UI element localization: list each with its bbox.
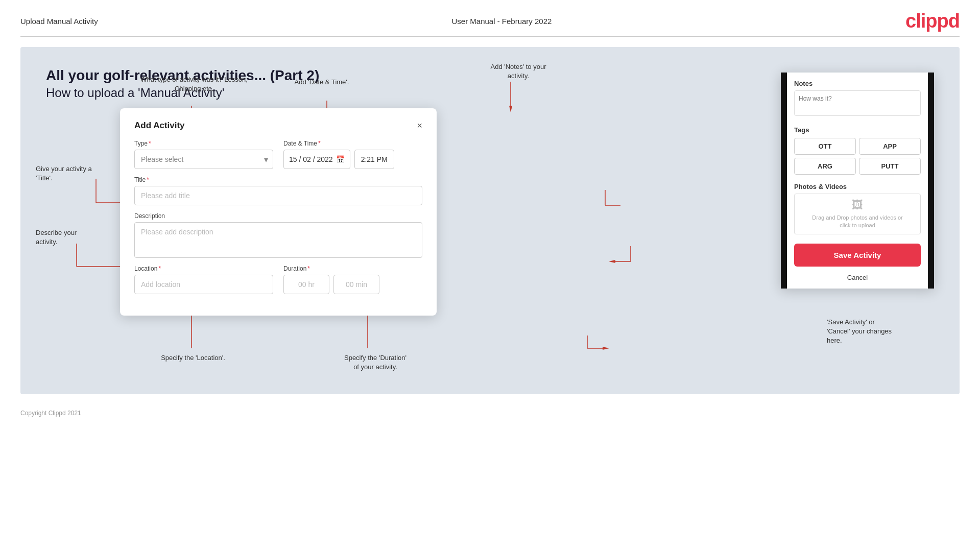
modal-header: Add Activity ×	[134, 121, 422, 131]
notes-textarea[interactable]	[794, 90, 921, 116]
title-input[interactable]	[134, 186, 422, 205]
notes-section: Notes	[787, 73, 928, 122]
phone-left-bar	[781, 73, 787, 289]
add-activity-modal: Add Activity × Type* Please select	[120, 108, 437, 316]
top-bar: Upload Manual Activity User Manual - Feb…	[0, 0, 980, 36]
type-datetime-row: Type* Please select Date & Time* 15 /	[134, 140, 422, 169]
tags-grid: OTT APP ARG PUTT	[794, 138, 921, 175]
close-button[interactable]: ×	[417, 121, 422, 130]
location-label: Location*	[134, 265, 273, 272]
tag-app[interactable]: APP	[859, 138, 921, 155]
phone-mockup: Notes Tags OTT APP ARG PUTT Photos & Vid…	[781, 73, 934, 289]
top-divider	[20, 36, 960, 37]
footer: Copyright Clippd 2021	[0, 404, 980, 422]
location-group: Location*	[134, 265, 273, 294]
annotation-notes: Add 'Notes' to youractivity.	[467, 62, 569, 81]
duration-min-input[interactable]	[333, 275, 379, 294]
modal-body: Add Activity × Type* Please select	[120, 108, 437, 316]
datetime-group: Date & Time* 15 / 02 / 2022 📅 2:21 PM	[283, 140, 422, 169]
cancel-button[interactable]: Cancel	[787, 270, 928, 289]
copyright: Copyright Clippd 2021	[20, 410, 81, 417]
photos-section: Photos & Videos 🖼 Drag and Drop photos a…	[787, 179, 928, 238]
title-group: Title*	[134, 176, 422, 205]
phone-right-bar	[928, 73, 934, 289]
photos-hint: Drag and Drop photos and videos orclick …	[812, 214, 902, 230]
tags-section: Tags OTT APP ARG PUTT	[787, 122, 928, 179]
tag-putt[interactable]: PUTT	[859, 158, 921, 175]
calendar-icon: 📅	[336, 155, 345, 163]
tag-arg[interactable]: ARG	[794, 158, 856, 175]
photos-dropzone[interactable]: 🖼 Drag and Drop photos and videos orclic…	[794, 194, 921, 234]
type-label: Type*	[134, 140, 273, 147]
title-label: Title*	[134, 176, 422, 183]
main-content: All your golf-relevant activities... (Pa…	[20, 47, 960, 394]
modal-title: Add Activity	[134, 121, 185, 131]
duration-hr-input[interactable]	[283, 275, 329, 294]
photo-icon: 🖼	[852, 199, 863, 212]
svg-marker-19	[509, 106, 512, 112]
date-input[interactable]: 15 / 02 / 2022 📅	[283, 150, 350, 169]
datetime-inputs: 15 / 02 / 2022 📅 2:21 PM	[283, 150, 422, 169]
annotation-title: Give your activity a'Title'.	[36, 164, 112, 183]
annotation-type: What type of activity was it? Lesson, Ch…	[133, 75, 255, 93]
logo: clippd	[905, 10, 960, 32]
annotation-duration: Specify the 'Duration'of your activity.	[317, 353, 434, 372]
annotation-save: 'Save Activity' or'Cancel' your changesh…	[827, 318, 944, 346]
description-group: Description	[134, 212, 422, 258]
save-activity-button[interactable]: Save Activity	[794, 244, 921, 267]
datetime-label: Date & Time*	[283, 140, 422, 147]
annotation-description: Describe youractivity.	[36, 228, 107, 247]
svg-marker-27	[603, 347, 609, 350]
type-select-wrapper: Please select	[134, 150, 273, 169]
location-duration-row: Location* Duration*	[134, 265, 422, 294]
type-select[interactable]: Please select	[134, 150, 273, 169]
tags-label: Tags	[794, 126, 921, 134]
phone-inner: Notes Tags OTT APP ARG PUTT Photos & Vid…	[787, 73, 928, 289]
tag-ott[interactable]: OTT	[794, 138, 856, 155]
duration-group: Duration*	[283, 265, 422, 294]
phone-panel: Notes Tags OTT APP ARG PUTT Photos & Vid…	[781, 73, 934, 289]
manual-label: User Manual - February 2022	[451, 17, 552, 26]
annotation-location: Specify the 'Location'.	[137, 353, 249, 363]
duration-inputs	[283, 275, 422, 294]
time-input[interactable]: 2:21 PM	[354, 150, 394, 169]
duration-label: Duration*	[283, 265, 422, 272]
notes-label: Notes	[794, 80, 921, 87]
annotation-datetime: Add 'Date & Time'.	[271, 78, 373, 87]
location-input[interactable]	[134, 275, 273, 294]
photos-label: Photos & Videos	[794, 183, 921, 190]
description-label: Description	[134, 212, 422, 220]
description-textarea[interactable]	[134, 222, 422, 258]
type-group: Type* Please select	[134, 140, 273, 169]
svg-marker-24	[609, 260, 615, 263]
page-label: Upload Manual Activity	[20, 17, 98, 26]
